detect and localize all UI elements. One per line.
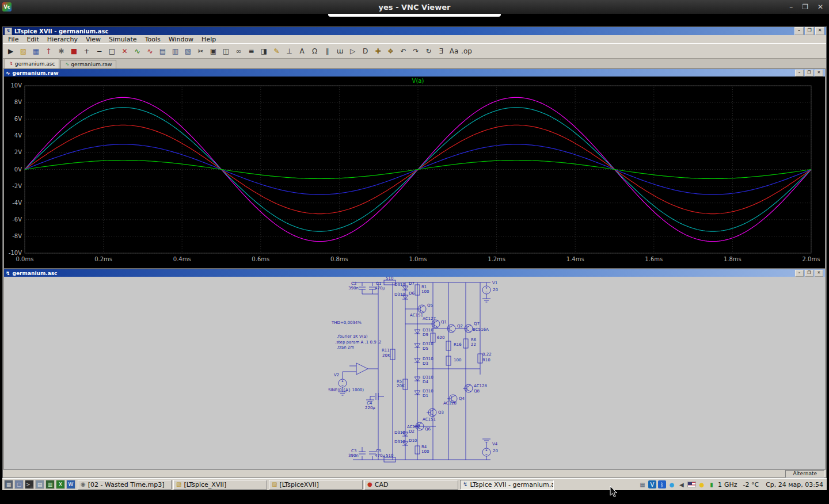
menu-simulate[interactable]: Simulate (105, 36, 141, 43)
waveform-close-button[interactable]: ✕ (815, 70, 823, 77)
schematic-label: 220µ (365, 406, 375, 410)
copy-icon[interactable]: ▣ (207, 45, 219, 56)
writer-icon[interactable]: W (66, 480, 75, 489)
menu-hierarchy[interactable]: Hierarchy (43, 36, 82, 43)
vnc-window-title: yes - VNC Viewer (0, 3, 829, 12)
spice-directive-icon[interactable]: .op (461, 45, 473, 56)
control-panel-icon[interactable]: ✱ (55, 45, 67, 56)
open-icon[interactable]: ▨ (17, 45, 29, 56)
find-icon[interactable]: ∞ (233, 45, 245, 56)
menu-help[interactable]: Help (197, 36, 220, 43)
zoom-in-icon[interactable]: + (81, 45, 93, 56)
fft-icon[interactable]: ∿ (144, 45, 156, 56)
save-icon[interactable]: ▦ (30, 45, 42, 56)
cpu-frequency: 1 (718, 481, 722, 488)
disk-icon[interactable]: ▦ (638, 480, 647, 488)
mirror-icon[interactable]: Ǝ (435, 45, 447, 56)
applications-menu-icon[interactable]: ▦ (4, 480, 13, 489)
task-button[interactable]: ◉[02 - Wasted Time.mp3] (78, 480, 172, 490)
task-button[interactable]: ●CAD (364, 480, 458, 490)
notification-icon[interactable]: ● (698, 480, 706, 488)
schematic-drawing[interactable]: C2390nC1470µ510D310D7R1100V120D310D6Q5AC… (4, 277, 825, 469)
waveform-window-titlebar[interactable]: ∿ germanium.raw – ❐ ✕ (4, 69, 825, 77)
battery-icon[interactable]: ▮ (708, 480, 716, 488)
cascade-icon[interactable]: ▧ (182, 45, 194, 56)
halt-icon[interactable]: ■ (68, 45, 80, 56)
vnc-minimize-button[interactable]: – (789, 3, 793, 11)
zoom-area-icon[interactable]: □ (106, 45, 118, 56)
resistor-icon[interactable]: Ω (309, 45, 321, 56)
move-icon[interactable]: ✚ (372, 45, 384, 56)
task-button[interactable]: ↯LTspice XVII - germanium.asc (460, 480, 554, 490)
ground-icon[interactable]: ⊥ (283, 45, 295, 56)
paste-icon[interactable]: ◫ (220, 45, 232, 56)
label-net-icon[interactable]: A (296, 45, 308, 56)
redo-icon[interactable]: ↷ (410, 45, 422, 56)
run-icon[interactable]: ▶ (5, 45, 17, 56)
keyboard-flag-icon[interactable] (687, 482, 696, 487)
zoom-out-icon[interactable]: − (93, 45, 105, 56)
tab-germanium.raw[interactable]: ∿germanium.raw (60, 60, 116, 68)
file-manager-icon[interactable]: ▤ (35, 480, 44, 489)
ltspice-titlebar[interactable]: ↯ LTspice XVII - germanium.asc – ❐ ✕ (3, 27, 826, 35)
waveform-restore-button[interactable]: ❐ (805, 70, 813, 77)
text-icon[interactable]: Aa (448, 45, 460, 56)
component-icon[interactable]: D (359, 45, 371, 56)
schematic-label: 390n (348, 286, 359, 291)
tab-germanium.asc[interactable]: ↯germanium.asc (5, 59, 59, 68)
calc-icon[interactable]: X (56, 480, 65, 489)
schematic-label: SINE(0 {A} 1000) (328, 388, 364, 392)
vnc-toolbar-strip[interactable] (328, 14, 501, 17)
tile-horizontal-icon[interactable]: ▤ (157, 45, 169, 56)
x-tick-label: 0.4ms (173, 256, 191, 262)
capacitor-icon[interactable]: ∥ (321, 45, 333, 56)
bluetooth-icon[interactable]: ᛒ (658, 480, 666, 488)
menu-edit[interactable]: Edit (22, 36, 43, 43)
schematic-restore-button[interactable]: ❐ (805, 270, 813, 277)
menu-file[interactable]: File (4, 36, 22, 43)
schematic-close-button[interactable]: ✕ (815, 270, 823, 277)
inductor-icon[interactable]: ɯ (334, 45, 346, 56)
vnc-maximize-button[interactable]: ❐ (802, 3, 808, 11)
ltspice-close-button[interactable]: ✕ (815, 27, 824, 35)
schematic-label: AC128 (443, 401, 457, 406)
ltspice-restore-button[interactable]: ❐ (805, 27, 814, 35)
vnc-tray-icon[interactable]: V (648, 480, 656, 488)
task-button[interactable]: ▨[LTspice_XVII] (173, 480, 267, 490)
menu-window[interactable]: Window (165, 36, 197, 43)
show-desktop-icon[interactable]: ▢ (14, 480, 24, 489)
waveform-plot-area[interactable]: 0.0ms0.2ms0.4ms0.6ms0.8ms1.0ms1.2ms1.4ms… (4, 77, 825, 268)
schematic-label: D310 (394, 292, 405, 297)
zoom-full-icon[interactable]: ✕ (119, 45, 131, 56)
ltspice-minimize-button[interactable]: – (794, 27, 804, 35)
task-button[interactable]: ▨[LTspiceXVII] (269, 480, 363, 490)
tile-vertical-icon[interactable]: ▥ (169, 45, 181, 56)
drop-icon[interactable]: ● (668, 480, 676, 488)
autorange-icon[interactable]: ∿ (131, 45, 143, 56)
schematic-window-titlebar[interactable]: ↯ germanium.asc – ❐ ✕ (4, 269, 825, 277)
schematic-minimize-button[interactable]: – (795, 270, 804, 277)
waveform-plot[interactable]: 0.0ms0.2ms0.4ms0.6ms0.8ms1.0ms1.2ms1.4ms… (4, 77, 825, 268)
terminal-icon[interactable]: >_ (25, 480, 34, 489)
menu-view[interactable]: View (82, 36, 105, 43)
menu-tools[interactable]: Tools (141, 36, 165, 43)
cut-icon[interactable]: ✂ (195, 45, 207, 56)
schematic-label: 100 (421, 449, 429, 454)
print-icon[interactable]: ≡ (245, 45, 257, 56)
edit-pencil-icon[interactable]: ✎ (271, 45, 283, 56)
drag-icon[interactable]: ❖ (385, 45, 397, 56)
probe-icon[interactable]: † (43, 45, 55, 56)
waveform-minimize-button[interactable]: – (795, 70, 804, 77)
wire (451, 395, 455, 398)
volume-icon[interactable]: ◀ (678, 480, 686, 488)
undo-icon[interactable]: ↶ (397, 45, 409, 56)
vnc-close-button[interactable]: ✕ (817, 3, 823, 11)
schematic-label: D3 (423, 361, 428, 366)
rotate-icon[interactable]: ↻ (423, 45, 435, 56)
diode-icon[interactable]: ▷ (347, 45, 359, 56)
print-preview-icon[interactable]: ◨ (258, 45, 270, 56)
system-monitor-icon[interactable]: ▥ (45, 480, 55, 489)
schematic-canvas[interactable]: C2390nC1470µ510D310D7R1100V120D310D6Q5AC… (4, 277, 825, 469)
tab-label: germanium.raw (71, 62, 112, 67)
schematic-label: Q6 (425, 427, 431, 432)
